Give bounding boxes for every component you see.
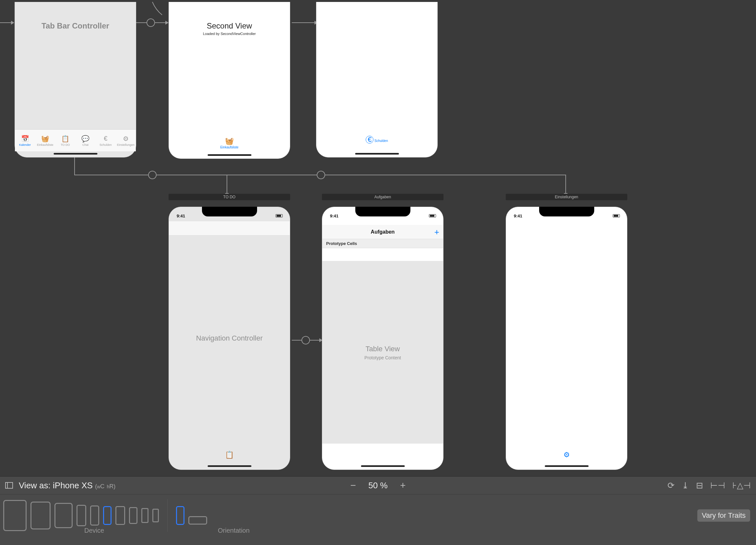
orientation-caption: Orientation [218, 527, 250, 534]
scene-navigationcontroller[interactable]: 9:41 Navigation Controller 📋 [169, 207, 290, 470]
tableview-label: Table View Prototype Content [322, 345, 443, 360]
second-view-title: Second View [169, 21, 290, 30]
tab-bar: 📅 Kalender 🧺 Einkaufsliste 📋 TO DO 💬 Cha… [15, 129, 136, 151]
home-indicator [53, 153, 97, 155]
tab-label: Chat [76, 143, 95, 147]
svg-point-7 [148, 171, 156, 179]
embed-in-icon[interactable]: ⤓ [682, 480, 689, 491]
device-ipad-pro-11[interactable] [30, 502, 51, 529]
nav-bar-empty [169, 221, 290, 236]
document-outline-toggle[interactable] [5, 482, 13, 489]
calendar-icon: 📅 [16, 135, 34, 143]
tab-kalender[interactable]: 📅 Kalender [16, 135, 34, 147]
device-ipad[interactable] [54, 503, 73, 528]
scene-schulden[interactable]: € Schulden [316, 2, 438, 158]
prototype-cell[interactable] [322, 248, 443, 261]
notch [355, 207, 410, 217]
zoom-in-button[interactable]: + [400, 480, 406, 491]
svg-marker-1 [11, 21, 14, 25]
svg-marker-4 [165, 21, 169, 25]
gear-icon: ⚙︎ [506, 451, 627, 459]
tab-label: Einstellungen [116, 143, 135, 147]
device-iphone-xs-max[interactable] [77, 505, 86, 526]
tab-einkaufsliste[interactable]: 🧺 Einkaufsliste [36, 135, 54, 147]
device-picker-row: Device Orientation Vary for Traits [0, 494, 756, 536]
tab-einkaufsliste[interactable]: 🧺 Einkaufsliste [169, 137, 290, 153]
nav-title: Aufgaben [371, 229, 395, 235]
notch [539, 207, 594, 217]
scene-aufgaben[interactable]: 9:41 Aufgaben + Prototype Cells Table Vi… [322, 207, 443, 470]
home-indicator [207, 154, 251, 156]
tab-chat[interactable]: 💬 Chat [76, 135, 95, 147]
orientation-landscape[interactable] [188, 516, 207, 525]
basket-icon: 🧺 [36, 135, 54, 143]
vary-for-traits-button[interactable]: Vary for Traits [697, 509, 750, 522]
storyboard-canvas[interactable]: Tab Bar Controller 📅 Kalender 🧺 Einkaufs… [0, 0, 756, 476]
resolve-constraints-icon[interactable]: ⊦△⊣ [732, 480, 751, 491]
tab-todo[interactable]: 📋 [169, 451, 290, 467]
notch [202, 207, 257, 217]
scene-header-todo[interactable]: TO DO [169, 194, 290, 200]
clipboard-icon: 📋 [169, 451, 290, 459]
battery-icon [429, 214, 436, 218]
battery-icon [276, 214, 283, 218]
svg-point-9 [317, 171, 325, 179]
tab-einstellungen[interactable]: ⚙︎ [506, 451, 627, 467]
separator [167, 499, 168, 532]
tab-label: Kalender [16, 143, 34, 147]
trait-bar: View as: iPhone XS (wC hR) − 50 % + ⟳ ⤓ … [0, 476, 756, 545]
svg-point-12 [302, 336, 310, 344]
euro-icon: € [366, 136, 373, 144]
scene-header-einstellungen[interactable]: Einstellungen [506, 194, 627, 200]
gear-icon: ⚙︎ [116, 135, 135, 143]
pin-constraints-icon[interactable]: ⊢⊣ [710, 480, 725, 491]
refresh-preview-icon[interactable]: ⟳ [667, 480, 675, 491]
clipboard-icon: 📋 [56, 135, 75, 143]
scene-tabbarcontroller[interactable]: Tab Bar Controller 📅 Kalender 🧺 Einkaufs… [15, 2, 136, 158]
svg-point-3 [147, 19, 155, 27]
prototype-cells-header: Prototype Cells [322, 239, 443, 248]
align-icon[interactable]: ⊟ [696, 480, 703, 491]
status-time: 9:41 [330, 214, 338, 219]
battery-icon [613, 214, 620, 218]
scene-header-aufgaben[interactable]: Aufgaben [322, 194, 443, 200]
device-iphone-8[interactable] [129, 507, 137, 524]
chat-icon: 💬 [76, 135, 95, 143]
controller-label: Navigation Controller [169, 334, 290, 342]
tab-einstellungen[interactable]: ⚙︎ Einstellungen [116, 135, 135, 147]
tab-label: Einkaufsliste [36, 143, 54, 147]
device-iphone-xs[interactable] [103, 506, 112, 525]
second-view-subtitle: Loaded by SecondViewController [169, 32, 290, 36]
tab-label: Schulden [96, 143, 115, 147]
device-iphone-xr[interactable] [90, 505, 99, 526]
home-indicator [545, 465, 588, 467]
tab-todo[interactable]: 📋 TO DO [56, 135, 75, 147]
home-indicator [355, 153, 399, 155]
scene-secondview[interactable]: Second View Loaded by SecondViewControll… [169, 2, 290, 159]
home-indicator [207, 465, 251, 467]
tab-schulden[interactable]: € Schulden [96, 135, 115, 147]
zoom-value[interactable]: 50 % [365, 480, 391, 491]
device-iphone-8-plus[interactable] [115, 506, 125, 525]
euro-icon: € [96, 135, 115, 143]
table-footer [322, 444, 443, 456]
scene-einstellungen[interactable]: 9:41 ⚙︎ [506, 207, 627, 470]
view-as-label[interactable]: View as: iPhone XS (wC hR) [19, 480, 115, 491]
orientation-portrait[interactable] [176, 506, 184, 525]
status-time: 9:41 [177, 214, 185, 219]
device-ipad-pro-12[interactable] [3, 500, 27, 531]
basket-icon: 🧺 [169, 137, 290, 146]
nav-bar: Aufgaben + [322, 225, 443, 239]
tab-label: Einkaufsliste [220, 146, 238, 149]
tab-label: TO DO [56, 143, 75, 147]
device-caption: Device [84, 527, 104, 534]
home-indicator [361, 465, 405, 467]
table-body: Table View Prototype Content [322, 261, 443, 444]
tab-schulden[interactable]: € Schulden [316, 136, 437, 152]
status-time: 9:41 [514, 214, 522, 219]
add-button[interactable]: + [434, 225, 439, 239]
device-iphone-se[interactable] [141, 508, 148, 523]
device-iphone-4s[interactable] [152, 509, 159, 522]
trait-bar-row1: View as: iPhone XS (wC hR) − 50 % + ⟳ ⤓ … [0, 477, 756, 494]
zoom-out-button[interactable]: − [350, 480, 356, 491]
